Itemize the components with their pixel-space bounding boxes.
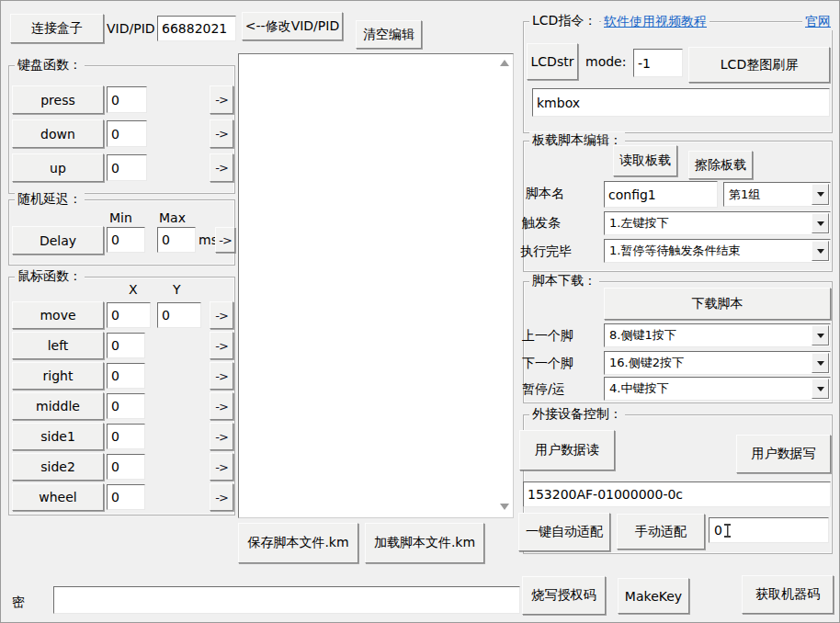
- script-name-label: 脚本名: [526, 186, 564, 202]
- script-group-select[interactable]: 第1组: [723, 182, 831, 207]
- lcd-group-title: LCD指令：: [529, 13, 599, 29]
- down-value-input[interactable]: [107, 120, 147, 147]
- user-data-write-button[interactable]: 用户数据写: [736, 435, 831, 473]
- move-button[interactable]: move: [12, 301, 104, 329]
- download-script-button[interactable]: 下载脚本: [604, 288, 831, 320]
- chevron-down-icon: [817, 249, 824, 254]
- pause-run-select[interactable]: 4.中键按下: [604, 377, 831, 401]
- get-machine-code-button[interactable]: 获取机器码: [742, 575, 834, 614]
- side1-value-input[interactable]: [107, 424, 145, 449]
- finish-label: 执行完毕: [520, 244, 572, 260]
- connect-box-button[interactable]: 连接盒子: [10, 14, 104, 43]
- dropdown-button[interactable]: [812, 325, 829, 345]
- trigger-condition-select[interactable]: 1.左键按下: [604, 211, 831, 235]
- pause-run-label: 暂停/运: [522, 381, 565, 398]
- side2-button[interactable]: side2: [12, 453, 104, 481]
- x-label: X: [129, 282, 138, 297]
- next-script-select[interactable]: 16.侧键2按下: [604, 351, 831, 375]
- vidpid-input[interactable]: [157, 16, 236, 41]
- manual-adapt-button[interactable]: 手动适配: [617, 514, 705, 549]
- delay-send-button[interactable]: ->: [215, 227, 235, 253]
- next-script-value: 16.侧键2按下: [609, 352, 684, 374]
- prev-script-label: 上一个脚: [522, 328, 573, 345]
- side1-button[interactable]: side1: [12, 423, 104, 450]
- dropdown-button[interactable]: [812, 353, 829, 373]
- makekey-button[interactable]: MakeKey: [618, 578, 689, 614]
- password-input[interactable]: [53, 586, 520, 614]
- chevron-down-icon: [817, 387, 824, 391]
- auto-adapt-button[interactable]: 一键自动适配: [518, 513, 610, 551]
- lcd-text-input[interactable]: [532, 88, 830, 117]
- side1-send-button[interactable]: ->: [210, 423, 233, 450]
- middle-button[interactable]: middle: [12, 392, 104, 420]
- trigger-condition-value: 1.左键按下: [609, 212, 668, 234]
- prev-script-value: 8.侧键1按下: [609, 324, 676, 346]
- wheel-value-input[interactable]: [107, 484, 145, 510]
- press-value-input[interactable]: [107, 86, 147, 113]
- dropdown-button[interactable]: [812, 184, 829, 205]
- move-y-input[interactable]: [157, 302, 201, 328]
- up-value-input[interactable]: [107, 154, 147, 181]
- burn-license-button[interactable]: 烧写授权码: [522, 576, 606, 615]
- right-value-input[interactable]: [107, 363, 145, 389]
- load-script-file-button[interactable]: 加载脚本文件.km: [365, 523, 484, 563]
- board-group-title: 板载脚本编辑：: [529, 132, 625, 149]
- left-button[interactable]: left: [12, 332, 104, 359]
- mode-input[interactable]: [633, 49, 683, 77]
- down-send-button[interactable]: ->: [210, 119, 233, 148]
- move-send-button[interactable]: ->: [210, 301, 233, 329]
- download-group-title: 脚本下载：: [529, 273, 599, 289]
- finish-action-select[interactable]: 1.暂停等待触发条件结束: [604, 239, 831, 263]
- modify-vidpid-button[interactable]: <--修改VID/PID: [242, 12, 343, 40]
- scrollbar-down-icon[interactable]: [500, 504, 509, 510]
- clear-editor-button[interactable]: 清空编辑: [356, 20, 422, 49]
- wheel-send-button[interactable]: ->: [210, 483, 233, 511]
- script-name-input[interactable]: [604, 181, 718, 208]
- press-send-button[interactable]: ->: [210, 85, 233, 114]
- left-value-input[interactable]: [107, 333, 145, 358]
- lcd-refresh-button[interactable]: LCD整图刷屏: [688, 47, 830, 83]
- right-send-button[interactable]: ->: [210, 362, 233, 390]
- finish-action-value: 1.暂停等待触发条件结束: [609, 240, 740, 262]
- script-editor-textarea[interactable]: [239, 54, 502, 521]
- dropdown-button[interactable]: [812, 241, 829, 261]
- dropdown-button[interactable]: [812, 379, 829, 399]
- side2-send-button[interactable]: ->: [210, 453, 233, 481]
- app-window: 连接盒子 VID/PID <--修改VID/PID 清空编辑 键盘函数： pre…: [0, 0, 840, 623]
- middle-value-input[interactable]: [107, 393, 145, 419]
- adapt-value-input[interactable]: 0: [709, 517, 829, 543]
- side2-value-input[interactable]: [107, 454, 145, 480]
- mode-label: mode:: [585, 54, 626, 69]
- left-send-button[interactable]: ->: [210, 332, 233, 359]
- lcdstr-button[interactable]: LCDstr: [527, 43, 578, 80]
- down-button[interactable]: down: [12, 119, 104, 148]
- chevron-down-icon: [817, 361, 824, 366]
- chevron-down-icon: [817, 221, 824, 226]
- erase-board-button[interactable]: 擦除板载: [688, 151, 753, 179]
- official-site-link[interactable]: 官网: [802, 14, 834, 30]
- min-label: Min: [109, 210, 132, 225]
- delay-min-input[interactable]: [107, 227, 145, 253]
- delay-group-title: 随机延迟：: [15, 191, 85, 208]
- middle-send-button[interactable]: ->: [210, 392, 233, 420]
- read-board-button[interactable]: 读取板载: [613, 145, 677, 176]
- tutorial-link[interactable]: 软件使用视频教程: [601, 14, 709, 30]
- press-button[interactable]: press: [12, 85, 104, 114]
- up-send-button[interactable]: ->: [210, 153, 233, 182]
- delay-button[interactable]: Delay: [12, 226, 104, 255]
- y-label: Y: [173, 282, 181, 297]
- dropdown-button[interactable]: [812, 213, 829, 233]
- user-data-input[interactable]: [523, 481, 831, 507]
- adapt-value-text: 0: [714, 523, 722, 538]
- max-label: Max: [159, 210, 186, 225]
- wheel-button[interactable]: wheel: [12, 483, 104, 511]
- delay-max-input[interactable]: [157, 227, 196, 253]
- move-x-input[interactable]: [107, 302, 151, 328]
- save-script-file-button[interactable]: 保存脚本文件.km: [238, 523, 358, 563]
- pause-run-value: 4.中键按下: [609, 378, 668, 400]
- scrollbar-up-icon[interactable]: [500, 60, 509, 66]
- prev-script-select[interactable]: 8.侧键1按下: [604, 323, 831, 347]
- right-button[interactable]: right: [12, 362, 104, 390]
- up-button[interactable]: up: [12, 153, 104, 182]
- user-data-read-button[interactable]: 用户数据读: [519, 430, 615, 470]
